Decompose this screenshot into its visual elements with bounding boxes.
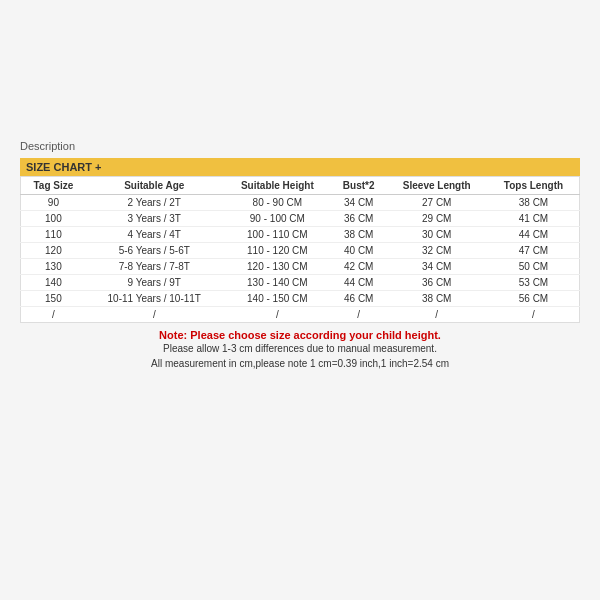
table-cell: 150	[21, 291, 86, 307]
table-cell: 27 CM	[386, 195, 488, 211]
table-cell: 110	[21, 227, 86, 243]
table-cell: 47 CM	[488, 243, 580, 259]
table-row: 1205-6 Years / 5-6T110 - 120 CM40 CM32 C…	[21, 243, 580, 259]
note-sub2: All measurement in cm,please note 1 cm=0…	[20, 356, 580, 371]
table-cell: 46 CM	[332, 291, 386, 307]
table-cell: 29 CM	[386, 211, 488, 227]
table-cell: /	[86, 307, 223, 323]
description-label: Description	[20, 140, 580, 152]
table-cell: /	[332, 307, 386, 323]
size-chart-header[interactable]: SIZE CHART +	[20, 158, 580, 176]
table-cell: 44 CM	[332, 275, 386, 291]
table-cell: /	[21, 307, 86, 323]
table-cell: 32 CM	[386, 243, 488, 259]
table-cell: 40 CM	[332, 243, 386, 259]
table-row: 1104 Years / 4T100 - 110 CM38 CM30 CM44 …	[21, 227, 580, 243]
table-cell: 80 - 90 CM	[223, 195, 332, 211]
table-cell: 140 - 150 CM	[223, 291, 332, 307]
note-main: Note: Please choose size according your …	[20, 329, 580, 341]
col-suitable-height: Suitable Height	[223, 177, 332, 195]
table-cell: 38 CM	[332, 227, 386, 243]
table-cell: 30 CM	[386, 227, 488, 243]
size-chart-table: Tag Size Suitable Age Suitable Height Bu…	[20, 176, 580, 323]
table-cell: 4 Years / 4T	[86, 227, 223, 243]
table-row: 1003 Years / 3T90 - 100 CM36 CM29 CM41 C…	[21, 211, 580, 227]
table-cell: 90 - 100 CM	[223, 211, 332, 227]
table-cell: 2 Years / 2T	[86, 195, 223, 211]
table-cell: 56 CM	[488, 291, 580, 307]
table-cell: 44 CM	[488, 227, 580, 243]
table-cell: /	[488, 307, 580, 323]
table-header-row: Tag Size Suitable Age Suitable Height Bu…	[21, 177, 580, 195]
table-cell: 10-11 Years / 10-11T	[86, 291, 223, 307]
table-cell: 36 CM	[386, 275, 488, 291]
table-cell: 90	[21, 195, 86, 211]
table-cell: 100	[21, 211, 86, 227]
table-row: //////	[21, 307, 580, 323]
table-cell: 9 Years / 9T	[86, 275, 223, 291]
table-cell: 53 CM	[488, 275, 580, 291]
col-suitable-age: Suitable Age	[86, 177, 223, 195]
col-sleeve-length: Sleeve Length	[386, 177, 488, 195]
table-cell: 41 CM	[488, 211, 580, 227]
col-tag-size: Tag Size	[21, 177, 86, 195]
table-cell: 50 CM	[488, 259, 580, 275]
table-cell: /	[223, 307, 332, 323]
table-cell: 5-6 Years / 5-6T	[86, 243, 223, 259]
table-cell: 38 CM	[386, 291, 488, 307]
notes-section: Note: Please choose size according your …	[20, 329, 580, 371]
table-cell: 34 CM	[332, 195, 386, 211]
table-cell: 120	[21, 243, 86, 259]
table-row: 15010-11 Years / 10-11T140 - 150 CM46 CM…	[21, 291, 580, 307]
table-row: 1307-8 Years / 7-8T120 - 130 CM42 CM34 C…	[21, 259, 580, 275]
table-row: 1409 Years / 9T130 - 140 CM44 CM36 CM53 …	[21, 275, 580, 291]
col-tops-length: Tops Length	[488, 177, 580, 195]
table-cell: 130	[21, 259, 86, 275]
table-cell: 110 - 120 CM	[223, 243, 332, 259]
table-cell: 34 CM	[386, 259, 488, 275]
col-bust: Bust*2	[332, 177, 386, 195]
table-cell: 120 - 130 CM	[223, 259, 332, 275]
table-cell: 36 CM	[332, 211, 386, 227]
table-cell: 38 CM	[488, 195, 580, 211]
table-row: 902 Years / 2T80 - 90 CM34 CM27 CM38 CM	[21, 195, 580, 211]
table-cell: 140	[21, 275, 86, 291]
note-sub1: Please allow 1-3 cm differences due to m…	[20, 341, 580, 356]
table-cell: /	[386, 307, 488, 323]
table-cell: 130 - 140 CM	[223, 275, 332, 291]
table-cell: 7-8 Years / 7-8T	[86, 259, 223, 275]
table-cell: 100 - 110 CM	[223, 227, 332, 243]
table-cell: 42 CM	[332, 259, 386, 275]
table-cell: 3 Years / 3T	[86, 211, 223, 227]
